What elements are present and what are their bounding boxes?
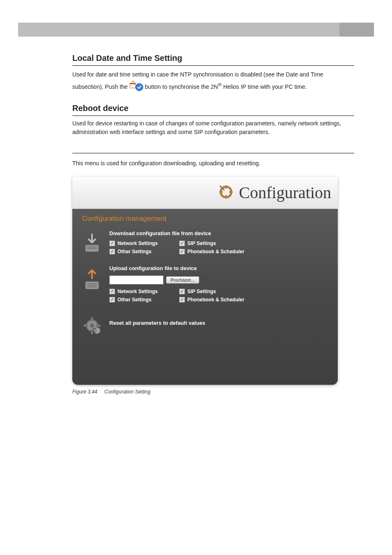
opt-label: SIP Settings [187, 289, 216, 294]
reset-section: Reset all parameters to default values [81, 313, 329, 335]
screenshot-title: Configuration [239, 183, 331, 202]
text: Helios IP time with your PC time. [221, 83, 307, 90]
opt-label: Network Settings [118, 240, 158, 246]
opt-label: Other Settings [118, 297, 152, 303]
opt-label: Phonebook & Scheduler [187, 249, 244, 254]
sync-time-icon [129, 82, 143, 92]
checkbox-network-settings[interactable]: ✓Network Settings [109, 240, 175, 246]
svg-rect-5 [225, 195, 227, 199]
checkbox-sip-settings[interactable]: ✓SIP Settings [179, 289, 261, 294]
panel-title: Configuration management [82, 215, 329, 223]
section-title-local-date-time: Local Date and Time Setting [72, 53, 354, 66]
section-title-reboot: Reboot device [72, 104, 354, 116]
upload-icon [81, 265, 103, 291]
svg-rect-9 [87, 247, 97, 247]
config-intro-paragraph: This menu is used for configuration down… [72, 159, 354, 168]
reset-icon [81, 313, 103, 335]
svg-rect-12 [87, 283, 97, 284]
checkbox-sip-settings[interactable]: ✓SIP Settings [179, 240, 261, 246]
svg-point-20 [90, 324, 94, 328]
figure-number: Figure 3.44 [72, 389, 97, 395]
upload-title: Upload configuration file to device [109, 265, 329, 271]
configuration-screenshot: Configuration Configuration management [72, 177, 338, 385]
download-title: Download configuration file from device [109, 230, 329, 236]
opt-label: SIP Settings [187, 240, 216, 246]
header-banner [18, 23, 374, 37]
svg-rect-14 [87, 287, 97, 287]
text: button to synchronise the 2N [145, 83, 218, 90]
header-banner-accent [339, 23, 374, 37]
opt-label: Phonebook & Scheduler [187, 297, 244, 303]
svg-rect-6 [219, 191, 223, 193]
checkbox-phonebook-scheduler[interactable]: ✓Phonebook & Scheduler [179, 249, 261, 254]
local-date-time-paragraph: Used for date and time setting in case t… [72, 69, 354, 92]
divider [72, 153, 354, 153]
download-icon [81, 230, 103, 254]
browse-button[interactable]: Procházet... [166, 276, 199, 284]
registered-mark: ® [218, 82, 222, 87]
checkbox-other-settings[interactable]: ✓Other Settings [109, 297, 175, 303]
reset-title: Reset all parameters to default values [109, 320, 329, 326]
figure-caption: Figure 3.44 Configuration Setting [72, 389, 354, 395]
reboot-paragraph: Used for device restarting in case of ch… [72, 119, 354, 136]
svg-rect-18 [84, 325, 87, 326]
svg-rect-4 [225, 185, 227, 189]
tools-icon [217, 183, 235, 203]
svg-rect-19 [97, 325, 100, 326]
file-input[interactable] [109, 275, 164, 284]
checkbox-network-settings[interactable]: ✓Network Settings [109, 289, 175, 294]
svg-rect-7 [229, 191, 233, 193]
opt-label: Other Settings [118, 249, 152, 254]
upload-section: Upload configuration file to device Proc… [81, 265, 329, 303]
screenshot-header: Configuration [72, 177, 338, 209]
download-section: Download configuration file from device … [81, 230, 329, 254]
svg-rect-17 [91, 331, 93, 334]
figure-text: Configuration Setting [104, 389, 150, 395]
opt-label: Network Settings [118, 289, 158, 294]
checkbox-other-settings[interactable]: ✓Other Settings [109, 249, 175, 254]
svg-rect-1 [130, 83, 136, 84]
svg-rect-13 [87, 285, 97, 286]
svg-rect-16 [91, 317, 93, 321]
svg-rect-10 [87, 248, 97, 249]
svg-point-2 [136, 83, 143, 91]
checkbox-phonebook-scheduler[interactable]: ✓Phonebook & Scheduler [179, 297, 261, 303]
